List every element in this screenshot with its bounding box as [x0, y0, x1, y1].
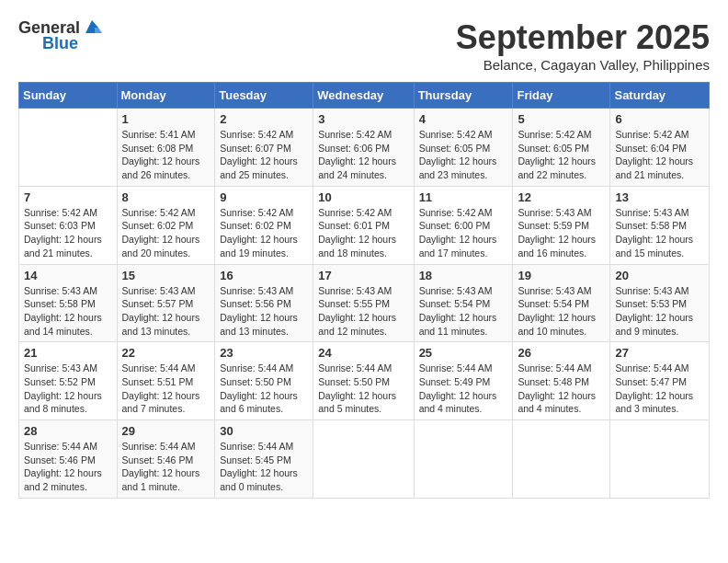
day-number: 18: [419, 269, 508, 282]
day-number: 11: [419, 190, 508, 204]
calendar-week-row: 7Sunrise: 5:42 AM Sunset: 6:03 PM Daylig…: [19, 186, 710, 264]
calendar-header-row: SundayMondayTuesdayWednesdayThursdayFrid…: [19, 83, 710, 109]
calendar-week-row: 21Sunrise: 5:43 AM Sunset: 5:52 PM Dayli…: [19, 342, 710, 420]
day-header-monday: Monday: [117, 83, 215, 109]
day-number: 17: [318, 269, 408, 282]
calendar-cell: 21Sunrise: 5:43 AM Sunset: 5:52 PM Dayli…: [19, 342, 118, 420]
day-info: Sunrise: 5:43 AM Sunset: 5:58 PM Dayligh…: [24, 284, 112, 339]
day-info: Sunrise: 5:42 AM Sunset: 6:01 PM Dayligh…: [318, 206, 408, 260]
calendar-cell: 27Sunrise: 5:44 AM Sunset: 5:47 PM Dayli…: [610, 342, 710, 420]
day-number: 26: [518, 346, 605, 360]
calendar-cell: 2Sunrise: 5:42 AM Sunset: 6:07 PM Daylig…: [215, 109, 313, 187]
day-info: Sunrise: 5:42 AM Sunset: 6:07 PM Dayligh…: [220, 128, 308, 182]
calendar-cell: [610, 420, 710, 499]
calendar-cell: 12Sunrise: 5:43 AM Sunset: 5:59 PM Dayli…: [513, 186, 610, 264]
day-info: Sunrise: 5:44 AM Sunset: 5:48 PM Dayligh…: [518, 362, 605, 416]
day-number: 1: [122, 112, 210, 126]
calendar-cell: 29Sunrise: 5:44 AM Sunset: 5:46 PM Dayli…: [117, 420, 215, 499]
calendar-cell: 24Sunrise: 5:44 AM Sunset: 5:50 PM Dayli…: [313, 342, 414, 420]
day-info: Sunrise: 5:42 AM Sunset: 6:04 PM Dayligh…: [615, 128, 704, 182]
header: General Blue September 2025 Belance, Cag…: [18, 18, 710, 73]
subtitle: Belance, Cagayan Valley, Philippines: [456, 57, 710, 73]
calendar-cell: 17Sunrise: 5:43 AM Sunset: 5:55 PM Dayli…: [313, 264, 414, 342]
calendar-cell: 16Sunrise: 5:43 AM Sunset: 5:56 PM Dayli…: [215, 264, 313, 342]
day-header-thursday: Thursday: [414, 83, 513, 109]
title-section: September 2025 Belance, Cagayan Valley, …: [456, 18, 710, 73]
day-number: 2: [220, 112, 308, 126]
day-info: Sunrise: 5:43 AM Sunset: 5:55 PM Dayligh…: [318, 284, 408, 339]
day-number: 6: [615, 112, 704, 126]
logo: General Blue: [18, 18, 102, 53]
day-number: 23: [220, 346, 308, 360]
calendar-cell: 14Sunrise: 5:43 AM Sunset: 5:58 PM Dayli…: [19, 264, 118, 342]
day-header-tuesday: Tuesday: [215, 83, 313, 109]
day-number: 27: [615, 346, 704, 360]
month-title: September 2025: [456, 18, 710, 57]
day-header-sunday: Sunday: [19, 83, 118, 109]
calendar-cell: 26Sunrise: 5:44 AM Sunset: 5:48 PM Dayli…: [513, 342, 610, 420]
day-number: 8: [122, 190, 210, 204]
calendar-cell: 18Sunrise: 5:43 AM Sunset: 5:54 PM Dayli…: [414, 264, 513, 342]
calendar-cell: 9Sunrise: 5:42 AM Sunset: 6:02 PM Daylig…: [215, 186, 313, 264]
day-number: 24: [318, 346, 408, 360]
calendar-cell: 6Sunrise: 5:42 AM Sunset: 6:04 PM Daylig…: [610, 109, 710, 187]
calendar-table: SundayMondayTuesdayWednesdayThursdayFrid…: [18, 82, 710, 499]
day-number: 19: [518, 269, 605, 282]
day-number: 21: [24, 346, 112, 360]
day-number: 14: [24, 269, 112, 282]
calendar-cell: 30Sunrise: 5:44 AM Sunset: 5:45 PM Dayli…: [215, 420, 313, 499]
day-info: Sunrise: 5:44 AM Sunset: 5:50 PM Dayligh…: [318, 362, 408, 416]
day-info: Sunrise: 5:44 AM Sunset: 5:45 PM Dayligh…: [220, 440, 308, 494]
calendar-week-row: 1Sunrise: 5:41 AM Sunset: 6:08 PM Daylig…: [19, 109, 710, 187]
day-info: Sunrise: 5:42 AM Sunset: 6:03 PM Dayligh…: [24, 206, 112, 260]
day-number: 28: [24, 424, 112, 438]
day-number: 13: [615, 190, 704, 204]
calendar-week-row: 14Sunrise: 5:43 AM Sunset: 5:58 PM Dayli…: [19, 264, 710, 342]
calendar-cell: 19Sunrise: 5:43 AM Sunset: 5:54 PM Dayli…: [513, 264, 610, 342]
calendar-cell: 5Sunrise: 5:42 AM Sunset: 6:05 PM Daylig…: [513, 109, 610, 187]
day-number: 20: [615, 269, 704, 282]
day-number: 3: [318, 112, 408, 126]
day-header-wednesday: Wednesday: [313, 83, 414, 109]
calendar-cell: [19, 109, 118, 187]
calendar-cell: [513, 420, 610, 499]
logo-blue: Blue: [42, 34, 78, 53]
day-info: Sunrise: 5:42 AM Sunset: 6:05 PM Dayligh…: [419, 128, 508, 182]
day-number: 29: [122, 424, 210, 438]
day-info: Sunrise: 5:44 AM Sunset: 5:50 PM Dayligh…: [220, 362, 308, 416]
day-number: 9: [220, 190, 308, 204]
day-header-saturday: Saturday: [610, 83, 710, 109]
calendar-cell: 23Sunrise: 5:44 AM Sunset: 5:50 PM Dayli…: [215, 342, 313, 420]
day-number: 22: [122, 346, 210, 360]
day-number: 7: [24, 190, 112, 204]
calendar-cell: 11Sunrise: 5:42 AM Sunset: 6:00 PM Dayli…: [414, 186, 513, 264]
calendar-cell: 13Sunrise: 5:43 AM Sunset: 5:58 PM Dayli…: [610, 186, 710, 264]
day-header-friday: Friday: [513, 83, 610, 109]
calendar-cell: [313, 420, 414, 499]
day-info: Sunrise: 5:43 AM Sunset: 5:54 PM Dayligh…: [518, 284, 605, 339]
calendar-cell: 3Sunrise: 5:42 AM Sunset: 6:06 PM Daylig…: [313, 109, 414, 187]
logo-icon: [82, 17, 102, 37]
day-info: Sunrise: 5:43 AM Sunset: 5:59 PM Dayligh…: [518, 206, 605, 260]
day-number: 4: [419, 112, 508, 126]
day-number: 30: [220, 424, 308, 438]
calendar-cell: 15Sunrise: 5:43 AM Sunset: 5:57 PM Dayli…: [117, 264, 215, 342]
calendar-week-row: 28Sunrise: 5:44 AM Sunset: 5:46 PM Dayli…: [19, 420, 710, 499]
day-number: 15: [122, 269, 210, 282]
calendar-cell: 20Sunrise: 5:43 AM Sunset: 5:53 PM Dayli…: [610, 264, 710, 342]
day-info: Sunrise: 5:42 AM Sunset: 6:00 PM Dayligh…: [419, 206, 508, 260]
day-number: 10: [318, 190, 408, 204]
day-info: Sunrise: 5:43 AM Sunset: 5:58 PM Dayligh…: [615, 206, 704, 260]
calendar-cell: 4Sunrise: 5:42 AM Sunset: 6:05 PM Daylig…: [414, 109, 513, 187]
day-info: Sunrise: 5:44 AM Sunset: 5:49 PM Dayligh…: [419, 362, 508, 416]
day-info: Sunrise: 5:44 AM Sunset: 5:51 PM Dayligh…: [122, 362, 210, 416]
day-info: Sunrise: 5:44 AM Sunset: 5:47 PM Dayligh…: [615, 362, 704, 416]
svg-marker-1: [95, 28, 102, 33]
day-number: 16: [220, 269, 308, 282]
calendar-cell: 28Sunrise: 5:44 AM Sunset: 5:46 PM Dayli…: [19, 420, 118, 499]
day-info: Sunrise: 5:44 AM Sunset: 5:46 PM Dayligh…: [24, 440, 112, 494]
calendar-cell: 22Sunrise: 5:44 AM Sunset: 5:51 PM Dayli…: [117, 342, 215, 420]
day-number: 25: [419, 346, 508, 360]
day-number: 12: [518, 190, 605, 204]
calendar-cell: 8Sunrise: 5:42 AM Sunset: 6:02 PM Daylig…: [117, 186, 215, 264]
